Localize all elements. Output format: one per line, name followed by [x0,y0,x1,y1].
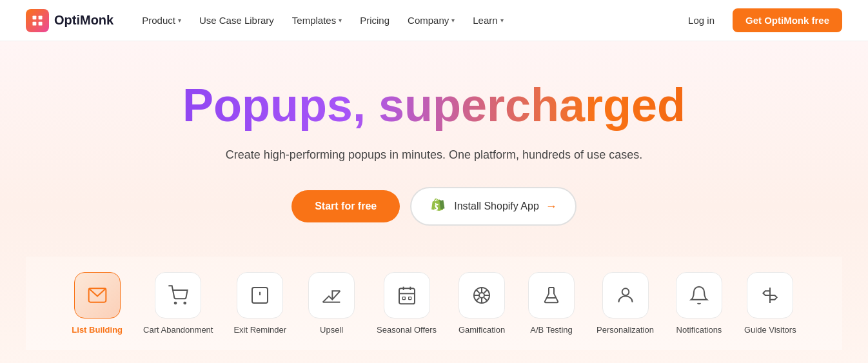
svg-point-28 [622,289,629,296]
tab-exit-reminder-label: Exit Reminder [233,325,286,335]
email-icon [87,285,108,306]
start-for-free-button[interactable]: Start for free [291,190,400,222]
tab-gamification[interactable]: Gamification [449,267,514,340]
person-icon [615,285,636,306]
svg-rect-2 [33,21,37,25]
svg-rect-3 [39,21,43,25]
svg-line-24 [484,298,488,301]
guide-visitors-icon-wrap [747,272,793,319]
nav-use-case-library[interactable]: Use Case Library [192,10,282,31]
tab-cart-abandonment[interactable]: Cart Abandonment [135,267,221,340]
tab-ab-testing[interactable]: A/B Testing [519,267,584,340]
nav-links: Product ▾ Use Case Library Templates ▾ P… [134,10,680,31]
tab-cart-abandonment-label: Cart Abandonment [143,325,213,335]
logo[interactable]: OptiMonk [26,9,113,32]
list-building-icon-wrap [74,272,121,319]
hero-section: Popups, supercharged Create high-perform… [0,41,868,363]
nav-templates[interactable]: Templates ▾ [284,10,350,31]
tab-upsell-label: Upsell [320,325,343,335]
nav-actions: Log in Get OptiMonk free [680,8,842,32]
upsell-icon-wrap [308,272,355,319]
tab-guide-visitors[interactable]: Guide Visitors [736,267,804,340]
tab-personalization-label: Personalization [597,325,654,335]
svg-line-23 [477,290,480,293]
chevron-down-icon: ▾ [500,17,504,24]
exit-reminder-icon-wrap [237,272,283,319]
optimonk-symbol [31,14,44,27]
get-optimonk-button[interactable]: Get OptiMonk free [733,8,842,32]
nav-company[interactable]: Company ▾ [400,10,462,31]
svg-point-18 [479,293,484,298]
cart-icon [168,285,188,306]
tab-seasonal-offers-label: Seasonal Offers [377,325,437,335]
shopify-icon [429,197,448,215]
tab-guide-visitors-label: Guide Visitors [744,325,796,335]
svg-rect-16 [408,297,411,300]
notifications-icon-wrap [676,272,722,319]
tab-notifications[interactable]: Notifications [667,267,731,340]
arrow-icon: → [546,200,557,213]
wheel-icon [471,285,492,306]
flask-icon [541,285,562,306]
nav-pricing[interactable]: Pricing [352,10,397,31]
svg-rect-0 [33,15,37,19]
tab-seasonal-offers[interactable]: Seasonal Offers [369,267,444,340]
svg-line-26 [477,298,480,301]
hero-title: Popups, supercharged [26,80,842,131]
navbar: OptiMonk Product ▾ Use Case Library Temp… [0,0,868,41]
logo-icon [26,9,49,32]
hero-buttons: Start for free Install Shopify App → [26,187,842,226]
nav-product[interactable]: Product ▾ [134,10,189,31]
chevron-down-icon: ▾ [339,17,342,24]
svg-point-6 [184,302,186,304]
tab-notifications-label: Notifications [676,325,722,335]
category-tabs: List Building Cart Abandonment [26,257,842,350]
nav-learn[interactable]: Learn ▾ [465,10,511,31]
calendar-icon [397,285,417,306]
alert-square-icon [250,285,270,306]
svg-line-25 [484,290,488,293]
tab-ab-testing-label: A/B Testing [530,325,573,335]
personalization-icon-wrap [602,272,649,319]
chart-up-icon [321,285,342,306]
ab-testing-icon-wrap [528,272,575,319]
hero-subtitle: Create high-performing popups in minutes… [26,146,842,164]
svg-rect-11 [399,289,415,304]
tab-list-building-label: List Building [72,325,123,335]
tab-exit-reminder[interactable]: Exit Reminder [226,267,294,340]
tab-list-building[interactable]: List Building [64,267,130,340]
chevron-down-icon: ▾ [451,17,455,24]
install-shopify-button[interactable]: Install Shopify App → [410,187,577,226]
svg-point-5 [175,302,177,304]
brand-name: OptiMonk [54,13,113,28]
tab-personalization[interactable]: Personalization [589,267,662,340]
tab-gamification-label: Gamification [459,325,505,335]
cart-abandonment-icon-wrap [155,272,201,319]
svg-rect-15 [402,297,405,300]
bell-icon [689,285,709,306]
tab-upsell[interactable]: Upsell [299,267,364,340]
svg-rect-1 [39,15,43,19]
signpost-icon [760,285,780,306]
chevron-down-icon: ▾ [178,17,181,24]
login-button[interactable]: Log in [680,10,722,31]
gamification-icon-wrap [459,272,505,319]
seasonal-offers-icon-wrap [384,272,430,319]
